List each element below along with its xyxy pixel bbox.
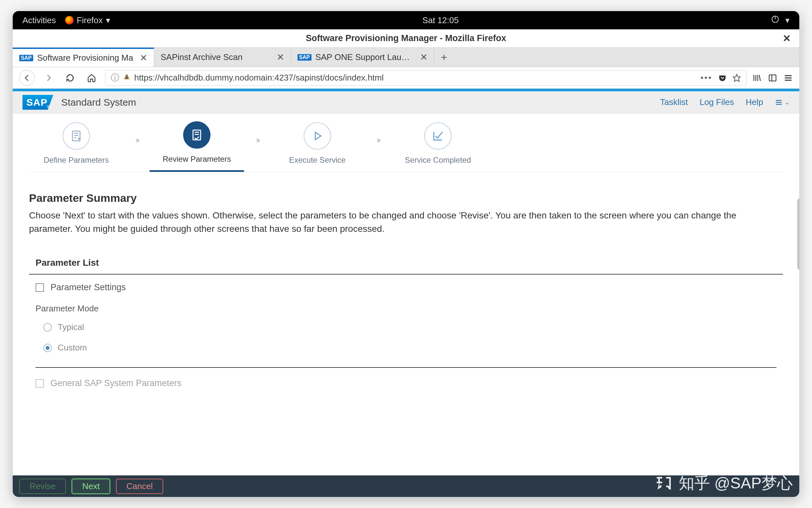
home-button[interactable] <box>84 70 99 86</box>
sap-favicon: SAP <box>19 55 33 61</box>
tab[interactable]: SAP SAP ONE Support Launch ✕ <box>291 48 434 67</box>
content-area: Parameter Summary Choose 'Next' to start… <box>13 172 799 475</box>
new-tab-button[interactable]: + <box>434 48 454 67</box>
back-button[interactable] <box>19 70 35 86</box>
step-label: Review Parameters <box>162 155 231 164</box>
section-heading: Parameter Summary <box>29 192 783 204</box>
chevron-down-icon[interactable]: ▾ <box>785 15 790 26</box>
svg-rect-8 <box>769 75 776 81</box>
activities-button[interactable]: Activities <box>22 15 56 26</box>
step-label: Service Completed <box>405 156 471 165</box>
close-tab-icon[interactable]: ✕ <box>274 52 284 62</box>
close-tab-icon[interactable]: ✕ <box>137 52 147 63</box>
window-title: Software Provisioning Manager - Mozilla … <box>306 33 506 43</box>
radio-typical: Typical <box>29 317 783 337</box>
forward-button[interactable] <box>41 70 56 86</box>
close-window-button[interactable]: ✕ <box>783 33 791 44</box>
browser-tabs: SAP Software Provisioning Ma ✕ SAPinst A… <box>13 48 799 67</box>
radio-label: Typical <box>58 322 84 332</box>
reload-button[interactable] <box>62 70 78 86</box>
sap-logo: SAP® <box>22 95 53 110</box>
step-execute[interactable]: Execute Service <box>270 122 365 171</box>
watermark: 知乎 @SAP梦心 <box>654 473 793 494</box>
power-icon[interactable] <box>771 15 779 26</box>
clock[interactable]: Sat 12:05 <box>422 15 459 26</box>
radio-custom: Custom <box>29 337 783 358</box>
svg-marker-25 <box>316 132 321 139</box>
radio-icon <box>43 323 52 332</box>
bookmark-star-icon[interactable] <box>732 74 741 82</box>
browser-toolbar: ⓘ https://vhcalhdbdb.dummy.nodomain:4237… <box>13 67 799 89</box>
cancel-button[interactable]: Cancel <box>116 479 163 494</box>
app-menu[interactable]: Firefox ▾ <box>65 15 110 26</box>
tab-label: SAPinst Archive Scan <box>161 52 270 62</box>
tasklist-link[interactable]: Tasklist <box>660 97 688 107</box>
footer-bar: Revise Next Cancel 知乎 @SAP梦心 <box>13 475 799 497</box>
sap-page-title: Standard System <box>61 97 136 108</box>
chevron-right-icon: ››› <box>376 135 379 145</box>
tab-active[interactable]: SAP Software Provisioning Ma ✕ <box>13 48 154 67</box>
zhihu-icon <box>654 475 673 491</box>
logfiles-link[interactable]: Log Files <box>700 97 734 107</box>
parameter-mode-label: Parameter Mode <box>29 300 783 317</box>
revise-button[interactable]: Revise <box>19 479 66 494</box>
step-label: Define Parameters <box>44 156 109 165</box>
library-icon[interactable] <box>752 73 762 83</box>
window-titlebar: Software Provisioning Manager - Mozilla … <box>13 29 799 48</box>
step-define[interactable]: Define Parameters <box>29 122 124 171</box>
scrollbar[interactable] <box>797 198 799 270</box>
play-icon <box>304 122 331 150</box>
sidebar-icon[interactable] <box>768 73 777 83</box>
document-plus-icon <box>62 122 90 150</box>
tab-label: Software Provisioning Ma <box>37 53 133 63</box>
parameter-section-row[interactable]: General SAP System Parameters <box>29 370 783 396</box>
step-complete[interactable]: Service Completed <box>391 122 485 171</box>
step-label: Execute Service <box>289 156 345 165</box>
sap-accent-bar <box>13 89 799 91</box>
radio-label: Custom <box>58 343 87 353</box>
svg-marker-3 <box>733 74 740 82</box>
chevron-right-icon: ››› <box>135 135 138 145</box>
chevron-right-icon: ››› <box>256 135 258 145</box>
parameter-list-heading: Parameter List <box>29 258 783 274</box>
url-text: https://vhcalhdbdb.dummy.nodomain:4237/s… <box>134 73 697 83</box>
chevron-down-icon: ⌄ <box>784 99 790 106</box>
sap-favicon: SAP <box>297 54 312 61</box>
checkbox-icon <box>424 122 451 150</box>
section-label: General SAP System Parameters <box>50 378 182 388</box>
chevron-down-icon: ▾ <box>106 15 110 26</box>
pocket-icon[interactable] <box>718 74 727 82</box>
help-link[interactable]: Help <box>746 97 763 107</box>
tab-label: SAP ONE Support Launch <box>316 52 414 62</box>
app-label: Firefox <box>77 15 103 26</box>
close-tab-icon[interactable]: ✕ <box>417 52 428 62</box>
url-bar[interactable]: ⓘ https://vhcalhdbdb.dummy.nodomain:4237… <box>105 70 747 86</box>
section-description: Choose 'Next' to start with the values s… <box>29 209 746 236</box>
hamburger-menu-icon[interactable] <box>784 73 793 83</box>
divider <box>36 367 776 368</box>
info-icon[interactable]: ⓘ <box>111 72 119 83</box>
more-icon[interactable]: ••• <box>701 73 712 83</box>
section-label: Parameter Settings <box>50 282 126 293</box>
document-check-icon <box>183 121 210 149</box>
checkbox[interactable] <box>36 379 44 388</box>
next-button[interactable]: Next <box>72 479 110 494</box>
firefox-icon <box>65 16 74 25</box>
sap-header: SAP® Standard System Tasklist Log Files … <box>13 91 799 114</box>
step-review[interactable]: Review Parameters <box>150 121 244 172</box>
sap-menu-button[interactable]: ⌄ <box>775 98 790 106</box>
svg-line-7 <box>759 75 761 81</box>
tab[interactable]: SAPinst Archive Scan ✕ <box>154 48 291 67</box>
wizard-steps: Define Parameters ››› Review Parameters … <box>13 114 799 172</box>
svg-rect-2 <box>125 77 128 79</box>
lock-warning-icon[interactable] <box>123 73 130 83</box>
parameter-section-row[interactable]: Parameter Settings <box>29 274 783 300</box>
radio-icon <box>43 344 52 352</box>
gnome-top-bar: Activities Firefox ▾ Sat 12:05 ▾ <box>13 11 799 29</box>
checkbox[interactable] <box>36 283 44 292</box>
